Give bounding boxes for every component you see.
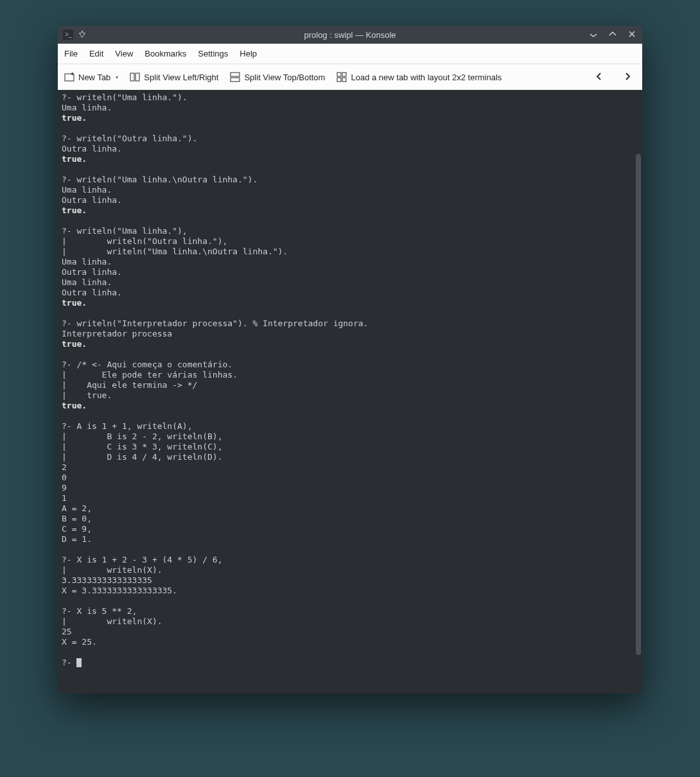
terminal-line: Uma linha. (62, 103, 638, 113)
svg-rect-9 (337, 78, 341, 82)
terminal-line: Uma linha. (62, 277, 638, 288)
terminal-line: | writeln(X). (62, 565, 638, 575)
terminal-line (62, 545, 638, 555)
terminal-line: C = 9, (62, 524, 638, 534)
toolbar: New Tab ▾ Split View Left/Right Split Vi… (58, 64, 642, 90)
terminal-line: ?- writeln("Uma linha."). (62, 92, 638, 103)
split-lr-label: Split View Left/Right (144, 73, 218, 82)
terminal-line: | Aqui ele termina -> */ (62, 380, 638, 390)
prompt-text: ?- (62, 658, 76, 667)
terminal-line: true. (62, 113, 638, 123)
new-tab-label: New Tab (78, 73, 110, 82)
terminal-line: | true. (62, 390, 638, 401)
terminal-line (62, 596, 638, 606)
terminal-line: ?- writeln("Uma linha."), (62, 226, 638, 236)
svg-rect-3 (130, 73, 134, 81)
svg-rect-5 (231, 73, 240, 76)
terminal-line: 1 (62, 493, 638, 503)
close-button[interactable] (627, 30, 637, 40)
terminal-line (62, 349, 638, 360)
terminal-line: | writeln("Uma linha.\nOutra linha."). (62, 247, 638, 257)
konsole-window: >_ prolog : swipl — Konsole File Edit Vi… (58, 26, 642, 694)
menu-view[interactable]: View (115, 49, 133, 58)
terminal-line: Uma linha. (62, 257, 638, 267)
terminal-line: | writeln("Outra linha."), (62, 236, 638, 247)
terminal-line: Outra linha. (62, 288, 638, 298)
terminal-line (62, 647, 638, 658)
menubar: File Edit View Bookmarks Settings Help (58, 44, 642, 64)
menu-settings[interactable]: Settings (198, 49, 228, 58)
minimize-button[interactable] (588, 30, 599, 40)
svg-text:>_: >_ (65, 31, 73, 38)
terminal-line: true. (62, 298, 638, 308)
terminal-line: 25 (62, 627, 638, 637)
split-lr-icon (130, 72, 140, 82)
maximize-button[interactable] (608, 30, 618, 40)
terminal-line: Uma linha. (62, 185, 638, 195)
terminal-line: ?- A is 1 + 1, writeln(A), (62, 421, 638, 432)
app-icon: >_ (63, 30, 73, 40)
terminal-line: A = 2, (62, 503, 638, 514)
nav-back-button[interactable] (591, 71, 608, 84)
terminal-line: Interpretador processa (62, 329, 638, 339)
terminal-line: | writeln(X). (62, 616, 638, 627)
terminal-area[interactable]: ?- writeln("Uma linha.").Uma linha.true.… (58, 90, 642, 694)
terminal-line: ?- X is 1 + 2 - 3 + (4 * 5) / 6, (62, 555, 638, 565)
svg-rect-10 (342, 78, 346, 82)
terminal-line: | C is 3 * 3, writeln(C), (62, 442, 638, 452)
terminal-line (62, 123, 638, 134)
terminal-line: true. (62, 401, 638, 411)
terminal-line: true. (62, 154, 638, 164)
terminal-line (62, 216, 638, 226)
split-tb-icon (230, 72, 240, 82)
terminal-line: | D is 4 / 4, writeln(D). (62, 452, 638, 462)
window-controls (588, 30, 637, 40)
terminal-line (62, 308, 638, 319)
terminal-line: 9 (62, 483, 638, 493)
terminal-line: ?- writeln("Interpretador processa"). % … (62, 319, 638, 329)
terminal-line (62, 411, 638, 421)
terminal-line: Outra linha. (62, 195, 638, 205)
cursor (76, 658, 82, 667)
load-layout-label: Load a new tab with layout 2x2 terminals (351, 73, 502, 82)
menu-file[interactable]: File (64, 49, 78, 58)
terminal-line: Outra linha. (62, 144, 638, 154)
titlebar[interactable]: >_ prolog : swipl — Konsole (58, 26, 642, 44)
terminal-line: Outra linha. (62, 267, 638, 277)
terminal-prompt[interactable]: ?- (62, 658, 638, 668)
terminal-line: X = 25. (62, 637, 638, 647)
terminal-line: ?- writeln("Outra linha."). (62, 134, 638, 144)
menu-bookmarks[interactable]: Bookmarks (144, 49, 186, 58)
svg-rect-4 (136, 73, 139, 81)
svg-rect-7 (337, 73, 341, 76)
terminal-line: 2 (62, 462, 638, 473)
terminal-line: 0 (62, 473, 638, 483)
menu-help[interactable]: Help (240, 49, 257, 58)
terminal-line: X = 3.3333333333333335. (62, 586, 638, 596)
scrollbar[interactable] (636, 154, 641, 655)
titlebar-left: >_ (63, 30, 86, 40)
split-tb-label: Split View Top/Bottom (244, 73, 325, 82)
svg-rect-6 (231, 78, 240, 82)
pin-icon[interactable] (78, 30, 86, 40)
nav-forward-button[interactable] (619, 71, 636, 84)
terminal-line: B = 0, (62, 514, 638, 524)
terminal-line: 3.3333333333333335 (62, 575, 638, 586)
terminal-line: ?- /* <- Aqui começa o comentário. (62, 360, 638, 370)
terminal-line: | Ele pode ter várias linhas. (62, 370, 638, 380)
split-left-right-button[interactable]: Split View Left/Right (130, 72, 218, 82)
new-tab-button[interactable]: New Tab ▾ (64, 72, 118, 82)
terminal-line: ?- writeln("Uma linha.\nOutra linha."). (62, 175, 638, 185)
menu-edit[interactable]: Edit (89, 49, 103, 58)
svg-rect-8 (342, 73, 346, 76)
terminal-line (62, 164, 638, 175)
split-top-bottom-button[interactable]: Split View Top/Bottom (230, 72, 325, 82)
new-tab-icon (64, 72, 74, 82)
terminal-line: ?- X is 5 ** 2, (62, 606, 638, 616)
terminal-line: true. (62, 339, 638, 349)
window-title: prolog : swipl — Konsole (304, 30, 396, 40)
terminal-line: D = 1. (62, 534, 638, 545)
grid-icon (337, 72, 347, 82)
chevron-down-icon: ▾ (116, 74, 118, 80)
load-layout-button[interactable]: Load a new tab with layout 2x2 terminals (337, 72, 502, 82)
